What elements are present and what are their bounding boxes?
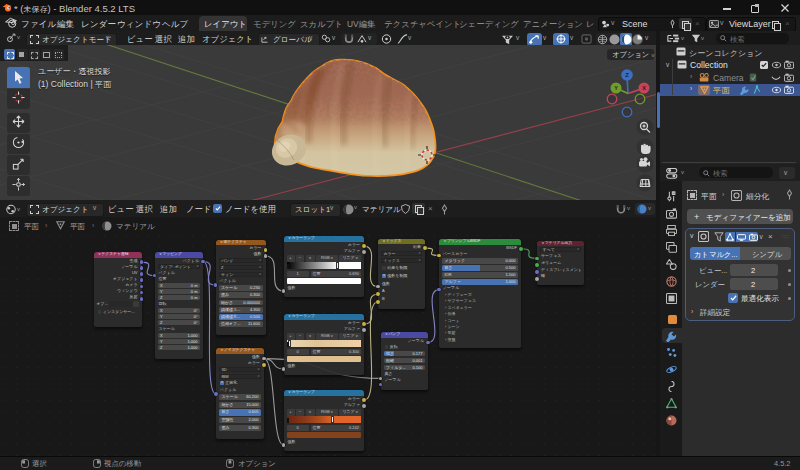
svg-text:Y: Y xyxy=(614,85,618,91)
svg-text:Z: Z xyxy=(625,72,629,78)
svg-text:X: X xyxy=(642,85,646,91)
